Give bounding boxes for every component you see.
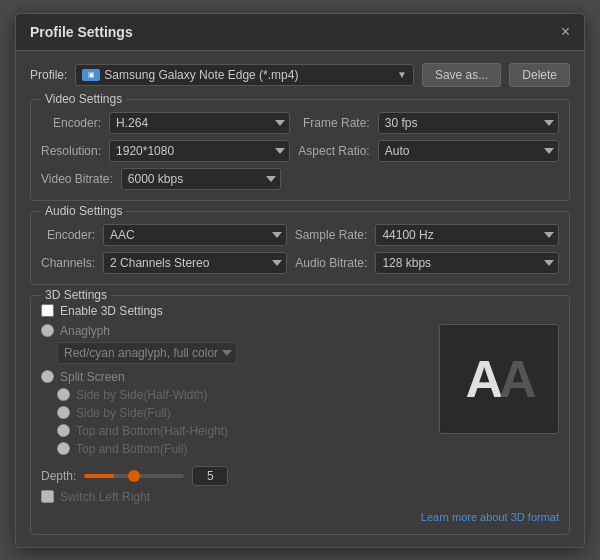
video-settings-section: Video Settings Encoder: H.264 Frame Rate… — [30, 99, 570, 201]
channels-select[interactable]: 2 Channels Stereo — [103, 252, 287, 274]
title-bar: Profile Settings × — [16, 14, 584, 51]
audio-settings-title: Audio Settings — [41, 204, 126, 218]
learn-more-row: Learn more about 3D format — [41, 510, 559, 524]
switch-lr-row: Switch Left Right — [41, 490, 559, 504]
switch-lr-label[interactable]: Switch Left Right — [60, 490, 150, 504]
depth-value-input[interactable]: 5 — [192, 466, 228, 486]
depth-label: Depth: — [41, 469, 76, 483]
split-screen-label[interactable]: Split Screen — [60, 370, 125, 384]
video-bitrate-row: Video Bitrate: 6000 kbps — [41, 168, 559, 190]
aspect-ratio-select[interactable]: Auto — [378, 140, 559, 162]
enable-3d-checkbox[interactable] — [41, 304, 54, 317]
top-bottom-full-radio[interactable] — [57, 442, 70, 455]
resolution-select[interactable]: 1920*1080 — [109, 140, 290, 162]
depth-row: Depth: 5 — [41, 466, 559, 486]
encoder-select[interactable]: H.264 — [109, 112, 290, 134]
audio-encoder-select[interactable]: AAC — [103, 224, 287, 246]
profile-dropdown-arrow[interactable]: ▼ — [397, 69, 407, 80]
sample-rate-label: Sample Rate: — [295, 228, 368, 242]
video-settings-grid: Encoder: H.264 Frame Rate: 30 fps Resolu… — [41, 112, 559, 162]
profile-label: Profile: — [30, 68, 67, 82]
profile-row: Profile: ▣ Samsung Galaxy Note Edge (*.m… — [30, 63, 570, 87]
switch-lr-checkbox[interactable] — [41, 490, 54, 503]
aspect-ratio-label: Aspect Ratio: — [298, 144, 369, 158]
profile-settings-dialog: Profile Settings × Profile: ▣ Samsung Ga… — [15, 13, 585, 548]
profile-value: Samsung Galaxy Note Edge (*.mp4) — [104, 68, 389, 82]
resolution-label: Resolution: — [41, 144, 101, 158]
anaglyph-label[interactable]: Anaglyph — [60, 324, 110, 338]
side-by-side-full-radio[interactable] — [57, 406, 70, 419]
dialog-content: Profile: ▣ Samsung Galaxy Note Edge (*.m… — [16, 51, 584, 547]
3d-body: Anaglyph Red/cyan anaglyph, full color S… — [41, 324, 559, 460]
audio-settings-section: Audio Settings Encoder: AAC Sample Rate:… — [30, 211, 570, 285]
sample-rate-select[interactable]: 44100 Hz — [375, 224, 559, 246]
delete-button[interactable]: Delete — [509, 63, 570, 87]
top-bottom-full-row: Top and Bottom(Full) — [57, 442, 429, 456]
split-screen-radio[interactable] — [41, 370, 54, 383]
profile-icon: ▣ — [82, 69, 100, 81]
depth-slider[interactable] — [84, 474, 184, 478]
profile-select-wrapper: ▣ Samsung Galaxy Note Edge (*.mp4) ▼ — [75, 64, 414, 86]
close-button[interactable]: × — [561, 24, 570, 40]
video-bitrate-label: Video Bitrate: — [41, 172, 113, 186]
frame-rate-select[interactable]: 30 fps — [378, 112, 559, 134]
anaglyph-type-select[interactable]: Red/cyan anaglyph, full color — [57, 342, 237, 364]
split-screen-options: Side by Side(Half-Width) Side by Side(Fu… — [57, 388, 429, 456]
dialog-title: Profile Settings — [30, 24, 133, 40]
3d-settings-section: 3D Settings Enable 3D Settings Anaglyph … — [30, 295, 570, 535]
side-by-side-half-label[interactable]: Side by Side(Half-Width) — [76, 388, 207, 402]
side-by-side-full-label[interactable]: Side by Side(Full) — [76, 406, 171, 420]
preview-text-shadow: A — [499, 349, 533, 409]
save-as-button[interactable]: Save as... — [422, 63, 501, 87]
enable-3d-row: Enable 3D Settings — [41, 304, 559, 318]
frame-rate-label: Frame Rate: — [298, 116, 369, 130]
3d-settings-title: 3D Settings — [41, 288, 111, 302]
top-bottom-half-label[interactable]: Top and Bottom(Half-Height) — [76, 424, 228, 438]
anaglyph-radio[interactable] — [41, 324, 54, 337]
channels-label: Channels: — [41, 256, 95, 270]
top-bottom-half-radio[interactable] — [57, 424, 70, 437]
audio-bitrate-select[interactable]: 128 kbps — [375, 252, 559, 274]
audio-encoder-label: Encoder: — [41, 228, 95, 242]
anaglyph-row: Anaglyph — [41, 324, 429, 338]
side-by-side-full-row: Side by Side(Full) — [57, 406, 429, 420]
side-by-side-half-row: Side by Side(Half-Width) — [57, 388, 429, 402]
audio-settings-grid: Encoder: AAC Sample Rate: 44100 Hz Chann… — [41, 224, 559, 274]
video-bitrate-select[interactable]: 6000 kbps — [121, 168, 281, 190]
learn-more-link[interactable]: Learn more about 3D format — [421, 511, 559, 523]
video-settings-title: Video Settings — [41, 92, 126, 106]
enable-3d-label[interactable]: Enable 3D Settings — [60, 304, 163, 318]
top-bottom-full-label[interactable]: Top and Bottom(Full) — [76, 442, 187, 456]
encoder-label: Encoder: — [41, 116, 101, 130]
3d-options-left: Anaglyph Red/cyan anaglyph, full color S… — [41, 324, 429, 460]
preview-text: A — [465, 349, 499, 409]
audio-bitrate-label: Audio Bitrate: — [295, 256, 368, 270]
3d-preview: AA — [439, 324, 559, 434]
side-by-side-half-radio[interactable] — [57, 388, 70, 401]
top-bottom-half-row: Top and Bottom(Half-Height) — [57, 424, 429, 438]
split-screen-row: Split Screen — [41, 370, 429, 384]
